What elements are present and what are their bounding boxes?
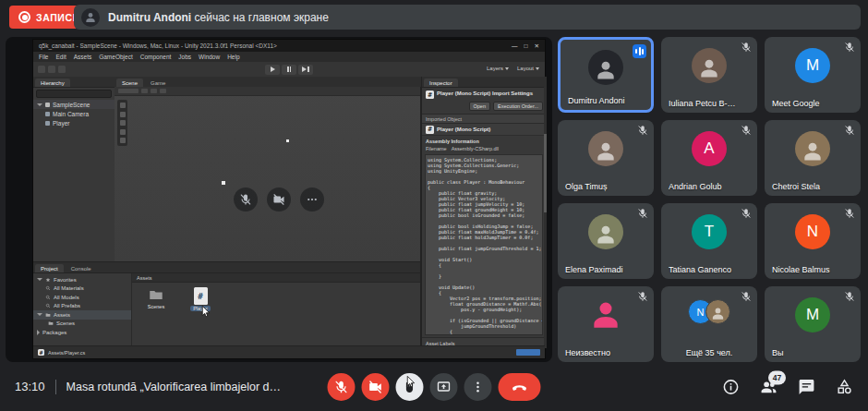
mic-off-icon — [637, 125, 648, 136]
tree-packages: Packages — [33, 328, 131, 337]
person-icon — [594, 58, 618, 82]
clock: 13:10 — [15, 380, 45, 393]
unity-scene-view: Scene Game — [115, 77, 421, 261]
participant-name: Meet Google — [772, 99, 842, 108]
tree-favorites: Favorites — [33, 275, 131, 284]
participant-tile[interactable]: Chetroi Stela — [765, 120, 861, 196]
avatar — [692, 48, 727, 83]
participant-name: Tatiana Ganenco — [669, 265, 739, 274]
participants-grid: Dumitru Andoni Iuliana Petcu B-2021 M Me… — [558, 37, 861, 362]
mic-off-icon — [637, 291, 648, 302]
participant-tile[interactable]: T Tatiana Ganenco — [661, 203, 757, 279]
meeting-details-button[interactable] — [722, 378, 740, 395]
play-button-icon — [265, 65, 280, 75]
camera-toggle-button[interactable] — [362, 373, 390, 401]
person-icon — [801, 139, 825, 163]
more-options-button[interactable] — [464, 373, 492, 401]
tab-project: Project — [35, 264, 64, 272]
participant-tile-overflow[interactable]: N Ещё 35 чел. — [661, 286, 757, 362]
mic-off-icon — [637, 208, 648, 219]
overflow-count-label: Ещё 35 чел. — [661, 348, 757, 357]
close-icon: ✕ — [535, 42, 539, 50]
participant-tile[interactable]: A Andrian Golub — [661, 120, 757, 196]
unity-toolbar: Layers Layout — [33, 62, 545, 78]
project-tab-strip: Project Console — [33, 262, 420, 273]
tree-assets: Assets — [33, 310, 131, 320]
presentation-more-button[interactable] — [300, 187, 324, 212]
mic-off-icon — [741, 42, 752, 53]
divider — [55, 380, 56, 394]
gameobject-icon — [45, 121, 50, 126]
avatar-letter: T — [705, 223, 714, 241]
activities-button[interactable] — [836, 378, 853, 395]
mic-toggle-button[interactable] — [328, 373, 356, 401]
end-call-button[interactable] — [499, 373, 541, 401]
unity-hierarchy-panel: Hierarchy SampleScene Main Camera Player — [33, 77, 115, 261]
participant-name: Olga Timuș — [565, 182, 635, 191]
meeting-info: 13:10 Masa rotundă „Valorificarea limbaj… — [15, 362, 286, 411]
participant-tile[interactable]: N Nicolae Balmus — [765, 203, 861, 279]
avatar — [588, 50, 623, 85]
toolbar-left-icons — [38, 66, 66, 73]
unity-inspector-panel: Inspector # Player (Mono Script) Import … — [421, 77, 547, 348]
presentation-cam-off-button[interactable] — [267, 187, 291, 212]
participant-tile[interactable]: Iuliana Petcu B-2021 — [661, 37, 757, 113]
tab-hierarchy: Hierarchy — [35, 79, 70, 87]
participant-tile[interactable]: Elena Paximadi — [558, 203, 654, 279]
record-dot-icon — [18, 11, 30, 23]
person-icon — [594, 223, 618, 247]
mouse-cursor — [199, 305, 213, 319]
participant-name: Nicolae Balmus — [772, 265, 842, 274]
scene-icon — [45, 103, 50, 107]
search-icon — [45, 285, 51, 291]
presentation-mic-off-button[interactable] — [234, 187, 258, 212]
mic-off-icon — [844, 42, 855, 53]
script-preview: using System.Collections; using System.C… — [425, 154, 543, 335]
presenter-toast: Dumitru Andoni сейчас на главном экране — [74, 5, 861, 30]
cam-off-icon — [272, 193, 285, 206]
window-controls: — □ ✕ — [512, 42, 539, 50]
avatar-letter: A — [704, 139, 714, 158]
avatar: A — [692, 131, 727, 166]
status-path: Assets/Player.cs — [48, 350, 85, 356]
inspector-header: # Player (Mono Script) Import Settings — [422, 88, 547, 100]
scene-view-controls — [115, 87, 420, 96]
avatar — [588, 131, 623, 166]
participant-name: Dumitru Andoni — [568, 96, 633, 105]
present-icon — [437, 380, 452, 394]
participant-tile[interactable]: Olga Timuș — [558, 120, 654, 196]
unity-title-bar: q5k_canabait - SampleScene - Windows, Ma… — [33, 40, 545, 52]
chat-icon — [798, 378, 815, 395]
hierarchy-item-player: Player — [33, 118, 115, 127]
unity-status-bar: # Assets/Player.cs — [33, 345, 545, 358]
toast-avatar — [81, 8, 100, 27]
maximize-icon: □ — [524, 42, 528, 50]
participant-tile[interactable]: M Meet Google — [765, 37, 861, 113]
play-controls — [265, 65, 313, 75]
hierarchy-scene-row: SampleScene — [33, 100, 115, 109]
participant-tile-self[interactable]: M Вы — [765, 286, 861, 362]
project-breadcrumb: Assets — [132, 273, 420, 283]
avatar — [795, 131, 830, 166]
layout-dropdown: Layout — [517, 66, 539, 71]
participant-tile-unknown[interactable]: Неизвестно — [558, 286, 654, 362]
tree-all-prefabs: All Prefabs — [33, 302, 131, 311]
step-button-icon — [298, 65, 313, 75]
person-icon — [710, 306, 726, 321]
participant-name: Andrian Golub — [669, 182, 739, 191]
tab-console: Console — [66, 264, 97, 272]
unity-project-panel: Project Console Favorites All Materials — [33, 261, 421, 348]
present-button[interactable] — [430, 373, 458, 401]
chat-panel-button[interactable] — [798, 378, 815, 395]
more-icon — [471, 380, 486, 394]
avatar-letter: M — [806, 306, 819, 324]
person-icon — [697, 56, 721, 80]
participant-name: Вы — [772, 348, 842, 357]
assembly-filename-row: Filename Assembly-CSharp.dll — [422, 145, 547, 153]
csharp-script-icon: # — [426, 91, 434, 99]
asset-grid: Scenes # Player — [132, 283, 420, 348]
participant-tile-dumitru[interactable]: Dumitru Andoni — [558, 37, 654, 113]
participants-panel-button[interactable]: 47 — [760, 378, 778, 395]
screen-share-tile[interactable]: q5k_canabait - SampleScene - Windows, Ma… — [6, 37, 552, 362]
folder-icon — [48, 320, 54, 326]
